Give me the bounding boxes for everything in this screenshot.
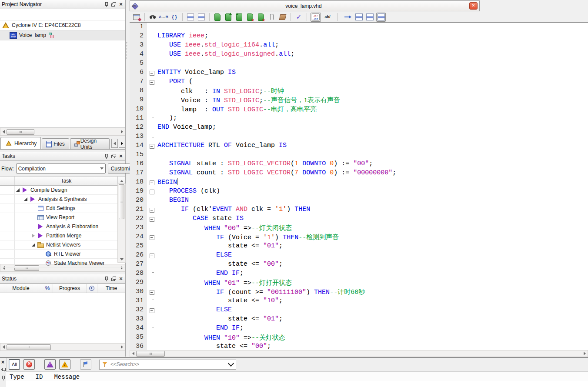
code-text[interactable]: WHEN "00" =>--灯关闭状态 xyxy=(157,224,292,233)
code-line[interactable]: 2LIBRARY ieee; xyxy=(130,32,588,41)
tab-scroll-left-icon[interactable] xyxy=(111,139,118,148)
code-line[interactable]: 20 BEGIN xyxy=(130,197,588,206)
code-line[interactable]: 16 SIGNAL state : STD_LOGIC_VECTOR(1 DOW… xyxy=(130,160,588,169)
fold-collapse-icon[interactable] xyxy=(147,69,157,78)
tab-hierarchy[interactable]: Hierarchy xyxy=(0,137,41,149)
code-text[interactable] xyxy=(157,133,157,142)
code-text[interactable]: clk : IN STD_LOGIC;--时钟 xyxy=(157,87,284,96)
code-line[interactable]: 22 CASE state IS xyxy=(130,215,588,224)
filter-all-button[interactable]: All xyxy=(9,359,20,370)
fold-collapse-icon[interactable] xyxy=(147,215,157,224)
scrollbar-thumb[interactable] xyxy=(119,184,124,219)
fold-collapse-icon[interactable] xyxy=(147,187,157,197)
code-line[interactable]: 27 state <= "00"; xyxy=(130,260,588,270)
code-text[interactable]: state <= "00"; xyxy=(157,260,283,270)
macro-icon[interactable] xyxy=(278,13,287,21)
device-row[interactable]: Cyclone IV E: EP4CE6E22C8 xyxy=(0,20,125,30)
code-line[interactable]: 5 xyxy=(130,60,588,69)
code-text[interactable] xyxy=(157,151,157,160)
scroll-left-icon[interactable] xyxy=(0,128,7,135)
code-text[interactable]: END IF; xyxy=(157,324,244,334)
task-row[interactable]: Edit Settings xyxy=(0,204,125,213)
code-line[interactable]: 18BEGIN xyxy=(130,178,588,187)
entity-row[interactable]: abcVHD Voice_lamp xyxy=(0,30,125,40)
tree-expander-icon[interactable] xyxy=(31,243,36,247)
float-window-icon[interactable] xyxy=(111,154,116,159)
fold-collapse-icon[interactable] xyxy=(147,288,157,297)
task-row[interactable]: Analysis & Elaboration xyxy=(0,222,125,231)
scroll-right-icon[interactable] xyxy=(581,350,588,357)
code-line[interactable]: 35 WHEN "10" =>--关灯状态 xyxy=(130,334,588,343)
code-text[interactable]: PROCESS (clk) xyxy=(157,187,220,197)
code-line[interactable]: 19 PROCESS (clk) xyxy=(130,187,588,197)
close-icon[interactable] xyxy=(119,154,124,159)
code-text[interactable] xyxy=(157,23,157,32)
code-text[interactable]: LIBRARY ieee; xyxy=(157,32,208,41)
message-search-combobox[interactable]: <<Search>> xyxy=(99,360,236,370)
chevron-down-icon[interactable] xyxy=(228,360,234,367)
code-text[interactable]: END IF; xyxy=(157,270,244,279)
task-row[interactable]: RTL Viewer xyxy=(0,250,125,259)
code-line[interactable]: 8 clk : IN STD_LOGIC;--时钟 xyxy=(130,87,588,96)
register-file-icon[interactable] xyxy=(132,13,141,21)
code-line[interactable]: 28 END IF; xyxy=(130,270,588,279)
code-text[interactable]: IF (clk'EVENT AND clk = '1') THEN xyxy=(157,206,310,215)
code-text[interactable]: IF (count >= "00111100") THEN--计时60秒 xyxy=(157,288,365,297)
tree-expander-icon[interactable] xyxy=(16,188,20,192)
close-icon[interactable] xyxy=(119,2,124,7)
code-text[interactable]: USE ieee.std_logic_unsigned.all; xyxy=(157,50,294,60)
pin-icon[interactable] xyxy=(104,277,109,281)
bookmark-next-icon[interactable] xyxy=(224,13,233,21)
code-text[interactable]: ENTITY Voice_lamp IS xyxy=(157,69,236,78)
code-line[interactable]: 31 state <= "10"; xyxy=(130,297,588,306)
status-hscrollbar[interactable] xyxy=(0,343,125,351)
code-text[interactable]: IF (Voice = '1') THEN--检测到声音 xyxy=(157,233,339,242)
close-icon[interactable] xyxy=(119,277,124,281)
filter-critical-warnings-button[interactable] xyxy=(44,359,56,370)
code-text[interactable]: lamp : OUT STD_LOGIC--电灯，高电平亮 xyxy=(157,105,317,114)
code-text[interactable]: ELSE xyxy=(157,306,232,315)
scroll-left-icon[interactable] xyxy=(130,350,136,357)
editor-hscrollbar[interactable] xyxy=(130,350,588,357)
code-line[interactable]: 17 SIGNAL count : STD_LOGIC_VECTOR(7 DOW… xyxy=(130,169,588,178)
comment-icon[interactable]: ab/ xyxy=(323,13,332,21)
task-row[interactable]: State Machine Viewer xyxy=(0,259,125,268)
code-line[interactable]: 29 WHEN "01" =>--灯打开状态 xyxy=(130,279,588,288)
code-text[interactable]: WHEN "10" =>--关灯状态 xyxy=(157,334,285,343)
bookmark-prev-icon[interactable] xyxy=(235,13,244,21)
code-text[interactable]: ); xyxy=(157,114,177,123)
task-row[interactable]: Compile Design xyxy=(0,186,125,195)
attach-icon[interactable] xyxy=(267,13,276,21)
code-text[interactable]: CASE state IS xyxy=(157,215,244,224)
code-line[interactable]: 34 END IF; xyxy=(130,324,588,334)
bookmark-clear-icon[interactable] xyxy=(257,13,265,21)
project-navigator-hscrollbar[interactable] xyxy=(0,128,125,136)
bookmark-delete-icon[interactable] xyxy=(246,13,254,21)
code-text[interactable]: Voice : IN STD_LOGIC;--声音信号，1表示有声音 xyxy=(157,96,340,105)
find-icon[interactable] xyxy=(148,13,157,21)
close-editor-icon[interactable]: × xyxy=(469,2,478,10)
pin-icon[interactable] xyxy=(104,154,109,159)
pin-icon[interactable] xyxy=(1,376,6,380)
code-editor[interactable]: 12LIBRARY ieee;3 USE ieee.std_logic_1164… xyxy=(130,23,588,350)
code-text[interactable]: USE ieee.std_logic_1164.all; xyxy=(157,41,279,50)
scrollbar-thumb[interactable] xyxy=(7,344,51,350)
code-text[interactable]: BEGIN xyxy=(157,178,177,187)
code-text[interactable]: ELSE xyxy=(157,251,232,260)
task-row[interactable]: Partition Merge xyxy=(0,231,125,240)
code-line[interactable]: 12END Voice_lamp; xyxy=(130,123,588,133)
tree-expander-icon[interactable] xyxy=(23,197,28,201)
fold-collapse-icon[interactable] xyxy=(147,206,157,215)
code-line[interactable]: 9 Voice : IN STD_LOGIC;--声音信号，1表示有声音 xyxy=(130,96,588,105)
code-line[interactable]: 23 WHEN "00" =>--灯关闭状态 xyxy=(130,224,588,233)
scroll-left-icon[interactable] xyxy=(0,344,7,350)
pin-icon[interactable] xyxy=(104,2,109,7)
float-window-icon[interactable] xyxy=(111,2,116,7)
filter-warnings-button[interactable] xyxy=(59,359,70,370)
code-line[interactable]: 14ARCHITECTURE RTL OF Voice_lamp IS xyxy=(130,142,588,151)
flag-messages-button[interactable] xyxy=(80,359,91,370)
fold-collapse-icon[interactable] xyxy=(147,178,157,187)
code-line[interactable]: 25 state <= "01"; xyxy=(130,242,588,251)
format-indent-icon[interactable] xyxy=(365,13,374,21)
tasks-vscrollbar[interactable] xyxy=(117,183,126,263)
